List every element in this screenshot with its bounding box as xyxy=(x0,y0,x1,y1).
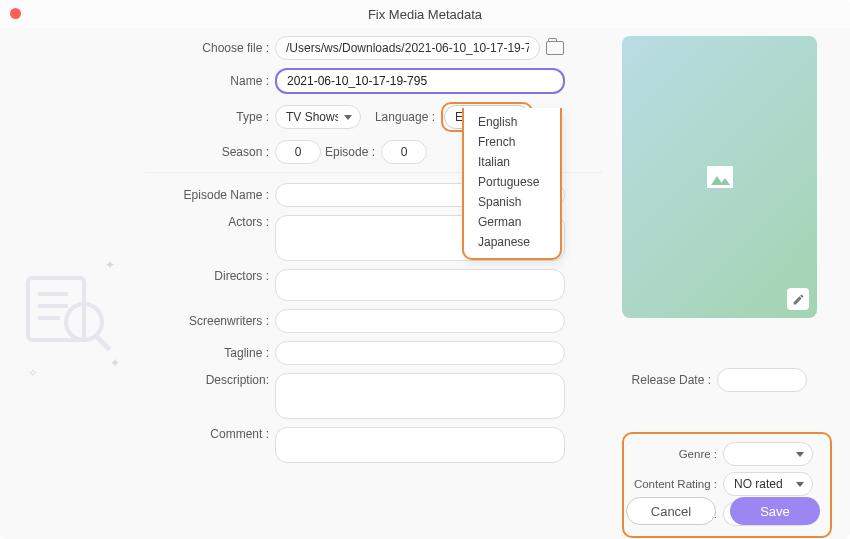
episode-name-label: Episode Name : xyxy=(145,188,275,202)
content-rating-label: Content Rating : xyxy=(628,478,723,490)
edit-artwork-button[interactable] xyxy=(787,288,809,310)
image-placeholder-icon xyxy=(707,166,733,188)
genre-label: Genre : xyxy=(628,448,723,460)
name-label: Name : xyxy=(145,74,275,88)
save-button[interactable]: Save xyxy=(730,497,820,525)
description-textarea[interactable] xyxy=(275,373,565,419)
sparkle-icon: ✧ xyxy=(28,366,38,380)
cancel-button[interactable]: Cancel xyxy=(626,497,716,525)
actors-label: Actors : xyxy=(145,215,275,229)
browse-folder-icon[interactable] xyxy=(546,41,564,55)
edit-icon xyxy=(792,293,805,306)
language-option[interactable]: English xyxy=(464,112,560,132)
language-option[interactable]: Italian xyxy=(464,152,560,172)
language-option[interactable]: Portuguese xyxy=(464,172,560,192)
description-label: Description: xyxy=(145,373,275,387)
screenwriters-input[interactable] xyxy=(275,309,565,333)
sparkle-icon: ✦ xyxy=(110,356,120,370)
language-option[interactable]: German xyxy=(464,212,560,232)
genre-select[interactable] xyxy=(723,442,813,466)
directors-label: Directors : xyxy=(145,269,275,283)
close-window-button[interactable] xyxy=(10,8,21,19)
comment-label: Comment : xyxy=(145,427,275,441)
comment-textarea[interactable] xyxy=(275,427,565,463)
svg-rect-0 xyxy=(28,278,84,340)
language-label: Language : xyxy=(361,110,441,124)
svg-line-5 xyxy=(96,336,108,348)
tagline-label: Tagline : xyxy=(145,346,275,360)
type-label: Type : xyxy=(145,110,275,124)
episode-input[interactable] xyxy=(381,140,427,164)
directors-textarea[interactable] xyxy=(275,269,565,301)
release-date-input[interactable] xyxy=(717,368,807,392)
screenwriters-label: Screenwriters : xyxy=(145,314,275,328)
file-path-input[interactable] xyxy=(275,36,540,60)
name-input[interactable] xyxy=(275,68,565,94)
language-option[interactable]: French xyxy=(464,132,560,152)
artwork-preview xyxy=(622,36,817,318)
content-rating-select[interactable]: NO rated xyxy=(723,472,813,496)
window-title: Fix Media Metadata xyxy=(0,7,850,22)
tagline-input[interactable] xyxy=(275,341,565,365)
type-select[interactable]: TV Shows xyxy=(275,105,361,129)
language-dropdown[interactable]: English French Italian Portuguese Spanis… xyxy=(462,108,562,260)
search-document-illustration xyxy=(20,266,120,356)
language-option[interactable]: Japanese xyxy=(464,232,560,252)
season-input[interactable] xyxy=(275,140,321,164)
choose-file-label: Choose file : xyxy=(145,41,275,55)
episode-label: Episode : xyxy=(321,145,381,159)
language-option[interactable]: Spanish xyxy=(464,192,560,212)
decorative-sidebar: ✦ ✦ ✧ xyxy=(0,36,145,538)
season-label: Season : xyxy=(145,145,275,159)
release-date-label: Release Date : xyxy=(622,373,717,387)
sparkle-icon: ✦ xyxy=(105,258,115,272)
